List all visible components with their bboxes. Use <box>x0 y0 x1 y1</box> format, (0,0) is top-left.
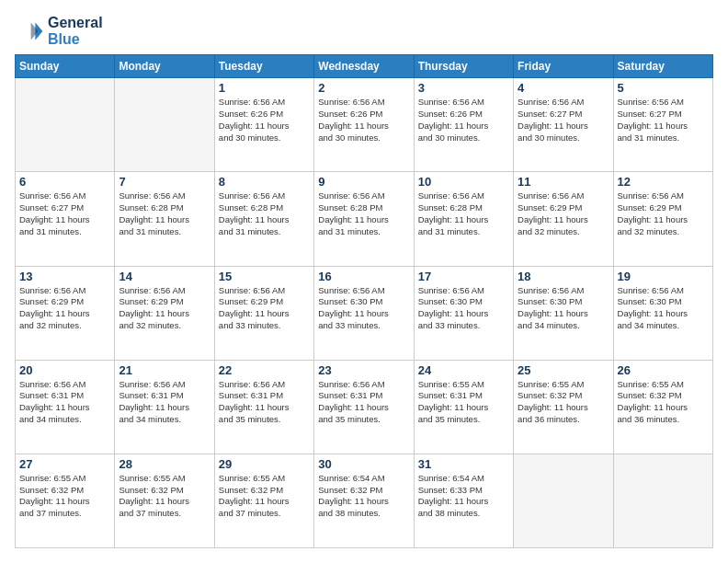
day-cell: 31Sunrise: 6:54 AM Sunset: 6:33 PM Dayli… <box>414 454 513 547</box>
day-number: 17 <box>418 270 509 283</box>
day-info: Sunrise: 6:55 AM Sunset: 6:32 PM Dayligh… <box>618 379 709 426</box>
column-header-thursday: Thursday <box>414 55 513 78</box>
day-info: Sunrise: 6:56 AM Sunset: 6:31 PM Dayligh… <box>318 379 409 426</box>
week-row-1: 1Sunrise: 6:56 AM Sunset: 6:26 PM Daylig… <box>16 78 713 172</box>
day-number: 13 <box>19 270 110 283</box>
day-cell: 10Sunrise: 6:56 AM Sunset: 6:28 PM Dayli… <box>414 172 513 266</box>
day-info: Sunrise: 6:56 AM Sunset: 6:28 PM Dayligh… <box>418 190 509 237</box>
column-header-saturday: Saturday <box>613 55 712 78</box>
day-cell: 30Sunrise: 6:54 AM Sunset: 6:32 PM Dayli… <box>314 454 414 547</box>
day-cell: 6Sunrise: 6:56 AM Sunset: 6:27 PM Daylig… <box>16 172 115 266</box>
day-cell: 3Sunrise: 6:56 AM Sunset: 6:26 PM Daylig… <box>414 78 513 172</box>
day-cell: 5Sunrise: 6:56 AM Sunset: 6:27 PM Daylig… <box>613 78 712 172</box>
day-cell <box>514 454 613 547</box>
day-cell: 12Sunrise: 6:56 AM Sunset: 6:29 PM Dayli… <box>613 172 712 266</box>
column-header-sunday: Sunday <box>16 55 115 78</box>
day-number: 30 <box>318 457 409 471</box>
day-number: 31 <box>418 457 509 471</box>
day-number: 12 <box>618 175 709 189</box>
week-row-5: 27Sunrise: 6:55 AM Sunset: 6:32 PM Dayli… <box>16 454 713 547</box>
day-number: 20 <box>19 363 110 377</box>
day-number: 25 <box>518 363 609 377</box>
column-header-wednesday: Wednesday <box>314 55 414 78</box>
header: General Blue <box>15 15 713 47</box>
day-cell: 18Sunrise: 6:56 AM Sunset: 6:30 PM Dayli… <box>514 266 613 360</box>
day-info: Sunrise: 6:56 AM Sunset: 6:27 PM Dayligh… <box>618 97 709 144</box>
day-info: Sunrise: 6:56 AM Sunset: 6:29 PM Dayligh… <box>219 285 310 332</box>
day-number: 28 <box>119 457 210 471</box>
day-cell: 26Sunrise: 6:55 AM Sunset: 6:32 PM Dayli… <box>613 360 712 454</box>
day-number: 19 <box>618 270 709 283</box>
calendar-header-row: SundayMondayTuesdayWednesdayThursdayFrid… <box>16 55 713 78</box>
day-cell: 9Sunrise: 6:56 AM Sunset: 6:28 PM Daylig… <box>314 172 414 266</box>
day-number: 8 <box>219 175 310 189</box>
day-info: Sunrise: 6:56 AM Sunset: 6:30 PM Dayligh… <box>318 285 409 332</box>
day-number: 26 <box>618 363 709 377</box>
day-info: Sunrise: 6:56 AM Sunset: 6:31 PM Dayligh… <box>19 379 110 426</box>
day-cell: 25Sunrise: 6:55 AM Sunset: 6:32 PM Dayli… <box>514 360 613 454</box>
day-number: 9 <box>318 175 409 189</box>
day-info: Sunrise: 6:56 AM Sunset: 6:26 PM Dayligh… <box>418 97 509 144</box>
day-info: Sunrise: 6:55 AM Sunset: 6:32 PM Dayligh… <box>119 473 210 520</box>
day-number: 11 <box>518 175 609 189</box>
day-number: 2 <box>318 81 409 95</box>
day-info: Sunrise: 6:56 AM Sunset: 6:28 PM Dayligh… <box>318 190 409 237</box>
day-cell: 29Sunrise: 6:55 AM Sunset: 6:32 PM Dayli… <box>214 454 313 547</box>
day-cell: 19Sunrise: 6:56 AM Sunset: 6:30 PM Dayli… <box>613 266 712 360</box>
day-number: 29 <box>219 457 310 471</box>
day-number: 21 <box>119 363 210 377</box>
day-info: Sunrise: 6:56 AM Sunset: 6:29 PM Dayligh… <box>618 190 709 237</box>
day-cell: 2Sunrise: 6:56 AM Sunset: 6:26 PM Daylig… <box>314 78 414 172</box>
day-number: 3 <box>418 81 509 95</box>
logo-text: General Blue <box>48 15 103 47</box>
day-cell: 20Sunrise: 6:56 AM Sunset: 6:31 PM Dayli… <box>16 360 115 454</box>
day-number: 10 <box>418 175 509 189</box>
day-info: Sunrise: 6:56 AM Sunset: 6:30 PM Dayligh… <box>618 285 709 332</box>
day-info: Sunrise: 6:56 AM Sunset: 6:27 PM Dayligh… <box>518 97 609 144</box>
day-info: Sunrise: 6:56 AM Sunset: 6:29 PM Dayligh… <box>119 285 210 332</box>
day-number: 15 <box>219 270 310 283</box>
day-cell: 24Sunrise: 6:55 AM Sunset: 6:31 PM Dayli… <box>414 360 513 454</box>
day-info: Sunrise: 6:56 AM Sunset: 6:26 PM Dayligh… <box>318 97 409 144</box>
day-info: Sunrise: 6:54 AM Sunset: 6:32 PM Dayligh… <box>318 473 409 520</box>
day-info: Sunrise: 6:56 AM Sunset: 6:29 PM Dayligh… <box>518 190 609 237</box>
day-cell: 13Sunrise: 6:56 AM Sunset: 6:29 PM Dayli… <box>16 266 115 360</box>
day-info: Sunrise: 6:56 AM Sunset: 6:31 PM Dayligh… <box>119 379 210 426</box>
day-number: 16 <box>318 270 409 283</box>
day-cell: 28Sunrise: 6:55 AM Sunset: 6:32 PM Dayli… <box>115 454 214 547</box>
week-row-3: 13Sunrise: 6:56 AM Sunset: 6:29 PM Dayli… <box>16 266 713 360</box>
day-number: 18 <box>518 270 609 283</box>
day-info: Sunrise: 6:56 AM Sunset: 6:30 PM Dayligh… <box>418 285 509 332</box>
day-number: 24 <box>418 363 509 377</box>
day-cell: 1Sunrise: 6:56 AM Sunset: 6:26 PM Daylig… <box>214 78 313 172</box>
day-info: Sunrise: 6:56 AM Sunset: 6:29 PM Dayligh… <box>19 285 110 332</box>
day-cell: 4Sunrise: 6:56 AM Sunset: 6:27 PM Daylig… <box>514 78 613 172</box>
day-cell: 16Sunrise: 6:56 AM Sunset: 6:30 PM Dayli… <box>314 266 414 360</box>
day-info: Sunrise: 6:55 AM Sunset: 6:32 PM Dayligh… <box>518 379 609 426</box>
day-cell: 23Sunrise: 6:56 AM Sunset: 6:31 PM Dayli… <box>314 360 414 454</box>
day-info: Sunrise: 6:56 AM Sunset: 6:27 PM Dayligh… <box>19 190 110 237</box>
column-header-monday: Monday <box>115 55 214 78</box>
day-info: Sunrise: 6:56 AM Sunset: 6:28 PM Dayligh… <box>119 190 210 237</box>
day-cell: 14Sunrise: 6:56 AM Sunset: 6:29 PM Dayli… <box>115 266 214 360</box>
day-info: Sunrise: 6:54 AM Sunset: 6:33 PM Dayligh… <box>418 473 509 520</box>
day-info: Sunrise: 6:55 AM Sunset: 6:31 PM Dayligh… <box>418 379 509 426</box>
week-row-2: 6Sunrise: 6:56 AM Sunset: 6:27 PM Daylig… <box>16 172 713 266</box>
day-number: 23 <box>318 363 409 377</box>
day-cell: 8Sunrise: 6:56 AM Sunset: 6:28 PM Daylig… <box>214 172 313 266</box>
page: General Blue SundayMondayTuesdayWednesda… <box>0 0 728 563</box>
day-cell: 7Sunrise: 6:56 AM Sunset: 6:28 PM Daylig… <box>115 172 214 266</box>
day-info: Sunrise: 6:56 AM Sunset: 6:30 PM Dayligh… <box>518 285 609 332</box>
day-number: 14 <box>119 270 210 283</box>
day-number: 27 <box>19 457 110 471</box>
day-cell: 11Sunrise: 6:56 AM Sunset: 6:29 PM Dayli… <box>514 172 613 266</box>
day-cell <box>115 78 214 172</box>
day-info: Sunrise: 6:56 AM Sunset: 6:28 PM Dayligh… <box>219 190 310 237</box>
day-number: 1 <box>219 81 310 95</box>
day-number: 5 <box>618 81 709 95</box>
day-cell: 21Sunrise: 6:56 AM Sunset: 6:31 PM Dayli… <box>115 360 214 454</box>
day-cell <box>613 454 712 547</box>
day-number: 7 <box>119 175 210 189</box>
column-header-friday: Friday <box>514 55 613 78</box>
day-cell: 27Sunrise: 6:55 AM Sunset: 6:32 PM Dayli… <box>16 454 115 547</box>
